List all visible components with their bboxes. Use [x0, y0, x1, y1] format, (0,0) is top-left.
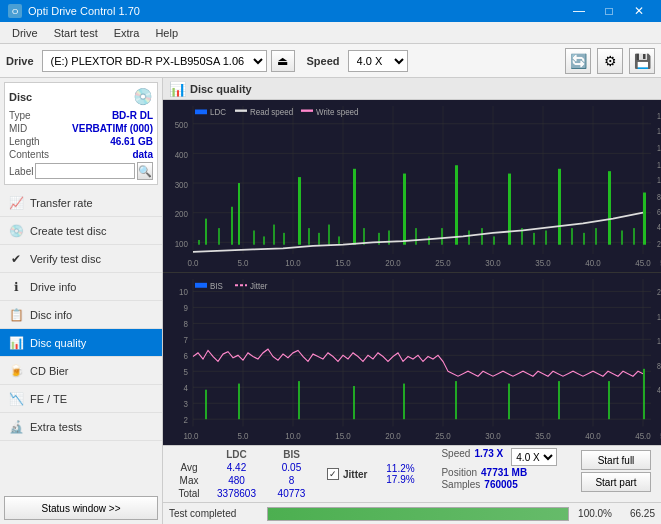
svg-text:30.0: 30.0 — [485, 430, 501, 441]
refresh-button[interactable]: 🔄 — [565, 48, 591, 74]
nav-create-test-label: Create test disc — [30, 225, 106, 237]
chart2-bis: 10 9 8 7 6 5 4 3 2 1 20% 16% 12% 8% 4% — [163, 273, 661, 445]
svg-text:LDC: LDC — [210, 107, 226, 118]
nav-verify-test[interactable]: ✔ Verify test disc — [0, 245, 162, 273]
svg-text:45.0: 45.0 — [635, 430, 651, 441]
eject-button[interactable]: ⏏ — [271, 50, 295, 72]
nav-fe-te[interactable]: 📉 FE / TE — [0, 385, 162, 413]
disc-label-key: Label — [9, 166, 33, 177]
svg-text:16X: 16X — [657, 127, 661, 137]
maximize-button[interactable]: □ — [595, 0, 623, 22]
svg-text:8: 8 — [184, 318, 188, 329]
svg-rect-67 — [508, 174, 511, 245]
nav-disc-quality[interactable]: 📊 Disc quality — [0, 329, 162, 357]
svg-rect-78 — [643, 193, 646, 245]
jitter-max-val: 17.9% — [375, 474, 425, 485]
title-bar: O Opti Drive Control 1.70 — □ ✕ — [0, 0, 661, 22]
settings-button[interactable]: ⚙ — [597, 48, 623, 74]
stats-total-label: Total — [169, 487, 209, 500]
svg-rect-41 — [198, 240, 200, 245]
drive-toolbar: Drive (E:) PLEXTOR BD-R PX-LB950SA 1.06 … — [0, 44, 661, 78]
svg-text:40.0: 40.0 — [585, 257, 601, 268]
svg-text:10: 10 — [179, 286, 188, 297]
svg-rect-63 — [455, 165, 458, 244]
svg-rect-53 — [328, 225, 330, 245]
speed-unit-select[interactable]: 4.0 X — [511, 448, 557, 466]
stats-header-empty — [169, 448, 209, 461]
label-edit-button[interactable]: 🔍 — [137, 162, 153, 180]
svg-rect-46 — [253, 230, 255, 244]
svg-rect-135 — [403, 384, 405, 420]
stats-ldc-header: LDC — [209, 448, 264, 461]
svg-text:8X: 8X — [657, 192, 661, 202]
menu-extra[interactable]: Extra — [106, 25, 148, 41]
app-icon: O — [8, 4, 22, 18]
svg-text:18X: 18X — [657, 111, 661, 121]
nav-drive-info-label: Drive info — [30, 281, 76, 293]
jitter-checkbox[interactable]: ✓ — [327, 468, 339, 480]
disc-quality-icon: 📊 — [8, 335, 24, 351]
drive-label: Drive — [6, 55, 34, 67]
svg-text:20.0: 20.0 — [385, 430, 401, 441]
nav-cd-bier[interactable]: 🍺 CD Bier — [0, 357, 162, 385]
transfer-rate-icon: 📈 — [8, 195, 24, 211]
svg-text:12X: 12X — [657, 160, 661, 170]
start-part-button[interactable]: Start part — [581, 472, 651, 492]
progress-percent: 100.0% — [577, 508, 612, 519]
nav-extra-tests[interactable]: 🔬 Extra tests — [0, 413, 162, 441]
stats-bar: LDC BIS Avg 4.42 0.05 Max 480 8 Total 33… — [163, 445, 661, 502]
svg-rect-133 — [298, 381, 300, 419]
speed-val: 1.73 X — [474, 448, 503, 466]
svg-text:10.0: 10.0 — [285, 257, 301, 268]
menu-bar: Drive Start test Extra Help — [0, 22, 661, 44]
nav-create-test[interactable]: 💿 Create test disc — [0, 217, 162, 245]
nav-disc-info[interactable]: 📋 Disc info — [0, 301, 162, 329]
menu-drive[interactable]: Drive — [4, 25, 46, 41]
svg-rect-61 — [428, 236, 430, 244]
svg-rect-45 — [238, 183, 240, 245]
progress-bar-area: Test completed 100.0% 66.25 — [163, 502, 661, 524]
svg-rect-73 — [583, 233, 585, 245]
svg-rect-62 — [441, 228, 443, 245]
nav-drive-info[interactable]: ℹ Drive info — [0, 273, 162, 301]
disc-contents-val: data — [132, 149, 153, 160]
svg-text:500: 500 — [175, 120, 188, 131]
speed-select[interactable]: 4.0 X — [348, 50, 408, 72]
svg-rect-44 — [231, 207, 233, 245]
svg-text:4%: 4% — [657, 386, 661, 396]
save-button[interactable]: 💾 — [629, 48, 655, 74]
progress-fill — [268, 508, 568, 520]
jitter-label: Jitter — [343, 469, 367, 480]
menu-start-test[interactable]: Start test — [46, 25, 106, 41]
minimize-button[interactable]: — — [565, 0, 593, 22]
stats-max-label: Max — [169, 474, 209, 487]
disc-label-input[interactable] — [35, 163, 135, 179]
start-full-button[interactable]: Start full — [581, 450, 651, 470]
svg-text:25.0: 25.0 — [435, 257, 451, 268]
svg-rect-54 — [338, 236, 340, 244]
svg-text:45.0: 45.0 — [635, 257, 651, 268]
svg-rect-83 — [301, 109, 313, 111]
status-window-button[interactable]: Status window >> — [4, 496, 158, 520]
svg-rect-60 — [415, 228, 417, 245]
drive-info-icon: ℹ — [8, 279, 24, 295]
quality-header-icon: 📊 — [169, 81, 186, 97]
stats-avg-bis: 0.05 — [264, 461, 319, 474]
svg-rect-55 — [353, 169, 356, 245]
status-window-label: Status window >> — [42, 503, 121, 514]
svg-rect-66 — [493, 236, 495, 244]
disc-length-val: 46.61 GB — [110, 136, 153, 147]
drive-select[interactable]: (E:) PLEXTOR BD-R PX-LB950SA 1.06 — [42, 50, 267, 72]
progress-speed: 66.25 — [620, 508, 655, 519]
svg-rect-42 — [205, 219, 207, 245]
svg-rect-59 — [403, 174, 406, 245]
svg-rect-137 — [508, 384, 510, 420]
svg-text:Write speed: Write speed — [316, 107, 359, 118]
svg-text:3: 3 — [184, 398, 188, 409]
menu-help[interactable]: Help — [147, 25, 186, 41]
nav-extra-tests-label: Extra tests — [30, 421, 82, 433]
disc-type-val: BD-R DL — [112, 110, 153, 121]
nav-transfer-rate[interactable]: 📈 Transfer rate — [0, 189, 162, 217]
disc-panel: Disc 💿 Type BD-R DL MID VERBATIMf (000) … — [4, 82, 158, 185]
close-button[interactable]: ✕ — [625, 0, 653, 22]
